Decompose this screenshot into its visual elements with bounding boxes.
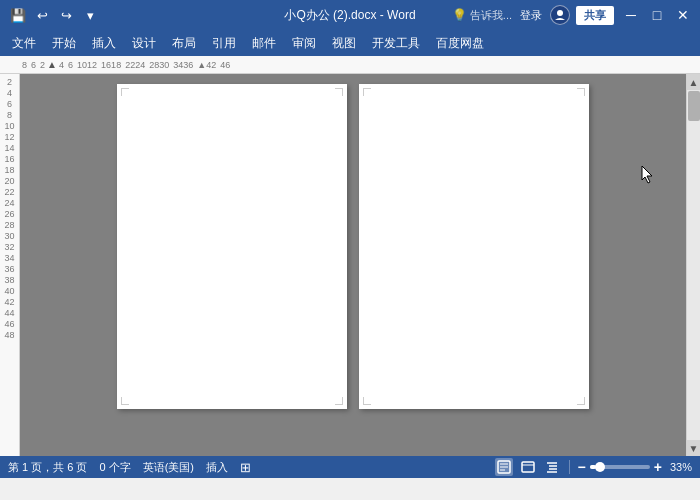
ruler-mark-12: 46: [218, 60, 232, 70]
view-outline-icon[interactable]: [543, 458, 561, 476]
menu-baidu[interactable]: 百度网盘: [428, 33, 492, 54]
zoom-minus-button[interactable]: −: [578, 459, 586, 475]
view-print-icon[interactable]: [495, 458, 513, 476]
page-corner-bl-2: [363, 397, 371, 405]
doc-canvas[interactable]: [20, 74, 686, 456]
title-bar: 💾 ↩ ↪ ▾ 小Q办公 (2).docx - Word 💡 告诉我... 登录…: [0, 0, 700, 30]
ruler-left-34: 34: [4, 254, 14, 263]
ruler-left-14: 14: [4, 144, 14, 153]
ruler-left: 2 4 6 8 10 12 14 16 18 20 22 24 26 28 30…: [0, 74, 20, 456]
menu-developer[interactable]: 开发工具: [364, 33, 428, 54]
ruler-left-2: 2: [7, 78, 12, 87]
word-count: 0 个字: [99, 460, 130, 475]
ruler-left-12: 12: [4, 133, 14, 142]
tell-me-text: 告诉我...: [470, 8, 512, 23]
lightbulb-icon: 💡: [452, 8, 467, 22]
redo-icon[interactable]: ↪: [56, 5, 76, 25]
menu-references[interactable]: 引用: [204, 33, 244, 54]
doc-page-1[interactable]: [117, 84, 347, 409]
tell-me-area[interactable]: 💡 告诉我...: [452, 8, 512, 23]
main-area: 2 4 6 8 10 12 14 16 18 20 22 24 26 28 30…: [0, 74, 700, 456]
minimize-button[interactable]: ─: [622, 6, 640, 24]
ruler-left-44: 44: [4, 309, 14, 318]
login-button[interactable]: 登录: [520, 8, 542, 23]
share-button[interactable]: 共享: [576, 6, 614, 25]
menu-view[interactable]: 视图: [324, 33, 364, 54]
ruler-left-40: 40: [4, 287, 14, 296]
title-bar-right: 💡 告诉我... 登录 共享 ─ □ ✕: [452, 5, 692, 25]
ruler-left-36: 36: [4, 265, 14, 274]
ruler-left-30: 30: [4, 232, 14, 241]
ruler-arrow: ▲: [47, 60, 57, 70]
page-corner-tr-2: [577, 88, 585, 96]
ruler-left-6: 6: [7, 100, 12, 109]
zoom-level: 33%: [670, 461, 692, 473]
zoom-plus-button[interactable]: +: [654, 459, 662, 475]
ruler-left-48: 48: [4, 331, 14, 340]
status-left: 第 1 页，共 6 页 0 个字 英语(美国) 插入 ⊞: [8, 460, 251, 475]
menu-layout[interactable]: 布局: [164, 33, 204, 54]
scroll-down-button[interactable]: ▼: [687, 440, 701, 456]
ruler-top-content: 8 6 2 ▲ 4 6 1012 1618 2224 2830 3436 ▲42…: [20, 60, 700, 70]
ruler-mark-1: 8: [20, 60, 29, 70]
scroll-thumb[interactable]: [688, 91, 700, 121]
ruler-left-4: 4: [7, 89, 12, 98]
page-corner-br-2: [577, 397, 585, 405]
page-info: 第 1 页，共 6 页: [8, 460, 87, 475]
zoom-area: − + 33%: [578, 459, 692, 475]
menu-home[interactable]: 开始: [44, 33, 84, 54]
ruler-left-18: 18: [4, 166, 14, 175]
ruler-mark-2: 6: [29, 60, 38, 70]
language: 英语(美国): [143, 460, 194, 475]
ruler-mark-9: 2830: [147, 60, 171, 70]
ruler-left-16: 16: [4, 155, 14, 164]
menu-file[interactable]: 文件: [4, 33, 44, 54]
status-right: − + 33%: [495, 458, 692, 476]
page-corner-bl-1: [121, 397, 129, 405]
menu-mail[interactable]: 邮件: [244, 33, 284, 54]
save-icon[interactable]: 💾: [8, 5, 28, 25]
page-corner-br-1: [335, 397, 343, 405]
ruler-mark-7: 1618: [99, 60, 123, 70]
page-corner-tl-2: [363, 88, 371, 96]
zoom-slider-track[interactable]: [590, 465, 650, 469]
ruler-mark-5: 6: [66, 60, 75, 70]
ruler-left-46: 46: [4, 320, 14, 329]
status-separator: [569, 460, 570, 474]
edit-mode: 插入: [206, 460, 228, 475]
ruler-mark-11: ▲42: [195, 60, 218, 70]
scroll-up-button[interactable]: ▲: [687, 74, 701, 90]
scrollbar-right[interactable]: ▲ ▼: [686, 74, 700, 456]
menu-design[interactable]: 设计: [124, 33, 164, 54]
ruler-left-10: 10: [4, 122, 14, 131]
svg-point-0: [557, 10, 563, 16]
ruler-left-24: 24: [4, 199, 14, 208]
page-corner-tl-1: [121, 88, 129, 96]
menu-review[interactable]: 审阅: [284, 33, 324, 54]
user-area: 登录 共享: [520, 5, 614, 25]
ruler-mark-3: 2: [38, 60, 47, 70]
undo-icon[interactable]: ↩: [32, 5, 52, 25]
ruler-mark-10: 3436: [171, 60, 195, 70]
restore-button[interactable]: □: [648, 6, 666, 24]
ruler-mark-6: 1012: [75, 60, 99, 70]
ruler-left-8: 8: [7, 111, 12, 120]
title-bar-left: 💾 ↩ ↪ ▾: [8, 5, 100, 25]
ruler-left-42: 42: [4, 298, 14, 307]
ruler-mark-8: 2224: [123, 60, 147, 70]
user-avatar[interactable]: [550, 5, 570, 25]
doc-page-2[interactable]: [359, 84, 589, 409]
menu-insert[interactable]: 插入: [84, 33, 124, 54]
format-icon: ⊞: [240, 460, 251, 475]
menu-bar: 文件 开始 插入 设计 布局 引用 邮件 审阅 视图 开发工具 百度网盘: [0, 30, 700, 56]
quickaccess-dropdown-icon[interactable]: ▾: [80, 5, 100, 25]
pages-row: [117, 84, 589, 409]
ruler-left-26: 26: [4, 210, 14, 219]
mouse-cursor: [640, 164, 656, 187]
ruler-left-22: 22: [4, 188, 14, 197]
ruler-left-38: 38: [4, 276, 14, 285]
zoom-slider-thumb[interactable]: [595, 462, 605, 472]
scroll-track[interactable]: [687, 90, 701, 440]
close-button[interactable]: ✕: [674, 6, 692, 24]
view-web-icon[interactable]: [519, 458, 537, 476]
